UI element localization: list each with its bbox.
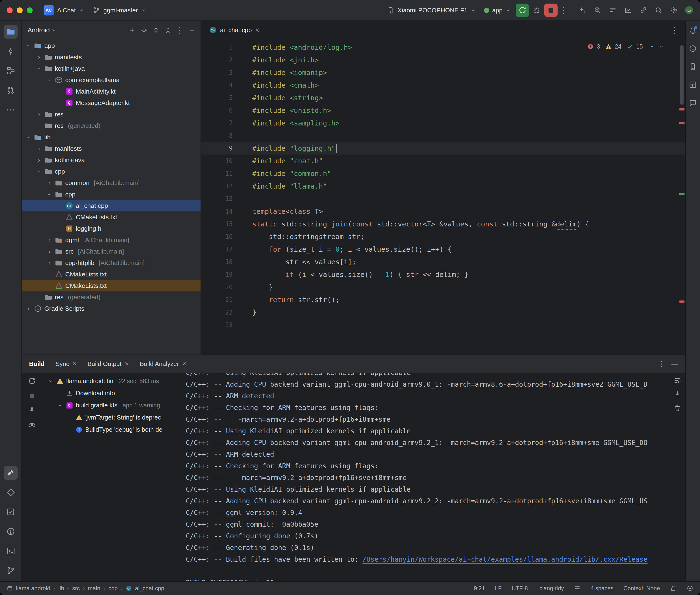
line-number[interactable]: 2	[201, 56, 252, 63]
build-tree[interactable]: ›llama.android: fin22 sec, 583 msDownloa…	[42, 373, 179, 581]
collapse-all-icon[interactable]	[163, 25, 173, 36]
tree-item-res[interactable]: res(generated)	[22, 291, 200, 303]
chevron-right-icon[interactable]: ›	[36, 111, 42, 117]
tree-item-common[interactable]: ›common[AiChat.lib.main]	[22, 177, 200, 189]
tree-item-com-example-llama[interactable]: ›com.example.llama	[22, 74, 200, 86]
line-ending[interactable]: LF	[495, 585, 502, 592]
logcat-icon[interactable]	[607, 4, 619, 16]
soft-wrap-icon[interactable]	[673, 376, 681, 385]
zoom-window-button[interactable]	[27, 7, 33, 13]
problems-tool-button[interactable]	[4, 525, 18, 538]
structure-tool-button[interactable]	[4, 64, 18, 78]
code-line-7[interactable]: 7#include <sampling.h>	[201, 117, 685, 129]
previous-problem-icon[interactable]: ›	[648, 43, 655, 50]
settings-gear-icon[interactable]	[668, 4, 679, 16]
caret-position[interactable]: 9:21	[474, 585, 485, 592]
breadcrumb-item-lib[interactable]: lib	[58, 585, 64, 592]
project-tree[interactable]: ›app›manifests›kotlin+java›com.example.l…	[22, 39, 200, 355]
clang-tidy-widget[interactable]: .clang-tidy	[538, 585, 564, 592]
device-mirror-icon[interactable]	[638, 4, 649, 16]
code-line-14[interactable]: 14template<class T>	[201, 205, 685, 218]
code-line-3[interactable]: 3#include <iomanip>	[201, 66, 685, 79]
tree-item-manifests[interactable]: ›manifests	[22, 143, 200, 154]
tree-item-kotlin-java[interactable]: ›kotlin+java	[22, 154, 200, 166]
tree-item-ai-chat-cpp[interactable]: C+ai_chat.cpp	[22, 200, 200, 211]
line-number[interactable]: 7	[201, 119, 252, 127]
build-tree-item-llama-android-fin[interactable]: ›llama.android: fin22 sec, 583 ms	[42, 375, 179, 387]
build-tree-item-build-gradle-kts[interactable]: ›build.gradle.ktsapp 1 warning	[42, 399, 179, 412]
breadcrumb-item-llama-android[interactable]: llama.android	[16, 585, 50, 592]
code-line-16[interactable]: 16 std::ostringstream str;	[201, 230, 685, 243]
profile-avatar[interactable]	[683, 4, 695, 16]
tree-item-cpp[interactable]: ›cpp	[22, 166, 200, 177]
chevron-right-icon[interactable]: ›	[47, 180, 52, 186]
build-output-path-link[interactable]: /Users/hanyin/Workspace/ai-chat/examples…	[363, 556, 648, 563]
tree-item-logging-h[interactable]: Hlogging.h	[22, 223, 200, 234]
line-number[interactable]: 9	[201, 145, 252, 152]
line-number[interactable]: 19	[201, 271, 252, 278]
lock-icon[interactable]	[670, 585, 677, 592]
code-line-2[interactable]: 2#include <jni.h>	[201, 54, 685, 66]
chevron-down-icon[interactable]: ›	[47, 77, 52, 83]
breadcrumb-item-cpp[interactable]: cpp	[108, 585, 118, 592]
chevron-right-icon[interactable]: ›	[47, 237, 52, 243]
inspect-icon[interactable]	[28, 421, 36, 429]
tree-item-lib[interactable]: ›lib	[22, 132, 200, 143]
chevron-down-icon[interactable]: ›	[26, 43, 31, 49]
hide-panel-icon[interactable]	[186, 25, 197, 36]
line-number[interactable]: 4	[201, 82, 252, 89]
more-tools-button[interactable]: ⋯	[4, 103, 18, 117]
build-tree-item-download-info[interactable]: Download info	[42, 387, 179, 399]
code-editor[interactable]: 1#include <android/log.h>2#include <jni.…	[201, 39, 685, 355]
rerun-build-icon[interactable]	[28, 377, 36, 385]
error-stripe-mark[interactable]	[679, 122, 684, 124]
chevron-right-icon[interactable]: ›	[26, 306, 31, 311]
minimize-window-button[interactable]	[17, 7, 23, 13]
chevron-down-icon[interactable]: ›	[26, 134, 31, 140]
build-tab-sync[interactable]: Sync×	[56, 360, 77, 368]
tree-item-res[interactable]: res(generated)	[22, 120, 200, 132]
project-selector[interactable]: AC AiChat ›	[40, 3, 88, 18]
line-number[interactable]: 21	[201, 296, 252, 303]
pin-icon[interactable]	[28, 406, 36, 415]
code-line-22[interactable]: 22}	[201, 306, 685, 318]
build-tab-build-analyzer[interactable]: Build Analyzer×	[140, 360, 186, 368]
line-number[interactable]: 12	[201, 182, 252, 190]
debug-button[interactable]	[530, 4, 543, 17]
code-line-20[interactable]: 20 }	[201, 281, 685, 293]
build-tool-button[interactable]	[4, 466, 18, 480]
file-encoding[interactable]: UTF-8	[512, 585, 528, 592]
ai-actions-icon[interactable]	[577, 4, 588, 16]
terminal-tool-button[interactable]	[4, 544, 18, 558]
error-stripe-mark[interactable]	[679, 301, 684, 303]
build-console[interactable]: C/C++: -- Using KleidiAI optimized kerne…	[179, 373, 685, 581]
breadcrumb-item-main[interactable]: main	[88, 585, 100, 592]
commit-tool-button[interactable]	[4, 44, 18, 58]
code-line-21[interactable]: 21 return str.str();	[201, 293, 685, 306]
editor-scrollbar[interactable]	[678, 39, 685, 355]
scrollbar-thumb[interactable]	[680, 45, 683, 105]
error-stripe-mark[interactable]	[679, 193, 684, 195]
line-number[interactable]: 11	[201, 170, 252, 177]
layout-inspector-button[interactable]	[687, 79, 699, 90]
tree-item-cmakelists-txt[interactable]: CMakeLists.txt	[22, 280, 200, 291]
version-control-tool-button[interactable]	[4, 564, 18, 577]
search-everywhere-icon[interactable]	[653, 4, 664, 16]
chevron-down-icon[interactable]: ›	[36, 66, 42, 72]
stop-button[interactable]	[544, 4, 558, 17]
code-line-12[interactable]: 12#include "llama.h"	[201, 180, 685, 192]
branch-selector[interactable]: ggml-master ›	[89, 4, 150, 16]
clear-console-icon[interactable]	[673, 404, 681, 412]
next-problem-icon[interactable]: ›	[658, 43, 666, 50]
line-number[interactable]: 1	[201, 44, 252, 51]
code-line-6[interactable]: 6#include <unistd.h>	[201, 104, 685, 117]
tree-item-mainactivity-kt[interactable]: MainActivity.kt	[22, 86, 200, 97]
tree-item-cpp-httplib[interactable]: ›cpp-httplib[AiChat.lib.main]	[22, 257, 200, 268]
code-line-18[interactable]: 18 str << values[i];	[201, 255, 685, 268]
line-number[interactable]: 6	[201, 107, 252, 114]
code-line-15[interactable]: 15static std::string join(const std::vec…	[201, 218, 685, 230]
chevron-right-icon[interactable]: ›	[36, 146, 42, 151]
tree-item-gradle-scripts[interactable]: ›GGradle Scripts	[22, 303, 200, 314]
chevron-right-icon[interactable]: ›	[47, 249, 52, 254]
expand-all-icon[interactable]	[150, 25, 162, 36]
